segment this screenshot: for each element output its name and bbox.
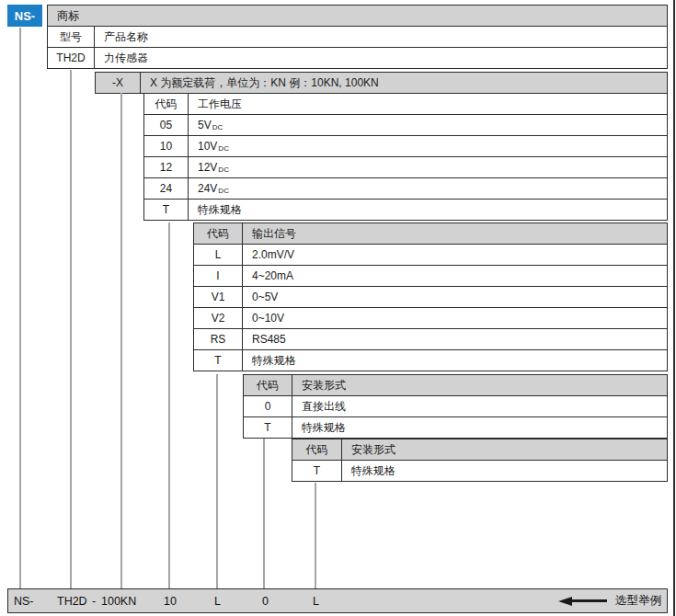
voltage-desc: 10VDC bbox=[189, 136, 667, 156]
voltage-desc: 特殊规格 bbox=[189, 200, 667, 220]
example-arrow: 选型举例 bbox=[558, 589, 661, 612]
rated-load-row: -X X 为额定载荷，单位为：KN 例：10KN, 100KN bbox=[96, 73, 667, 93]
brand-model-table: 商标 型号 产品名称 TH2D 力传感器 bbox=[47, 5, 668, 69]
mount1-code: 0 bbox=[244, 396, 292, 416]
signal-header-code: 代码 bbox=[194, 223, 243, 244]
signal-desc: 4~20mA bbox=[243, 266, 667, 286]
voltage-header-code: 代码 bbox=[144, 94, 189, 114]
signal-desc: 2.0mV/V bbox=[243, 245, 667, 265]
voltage-desc-sub: DC bbox=[218, 144, 229, 153]
voltage-desc-main: 5V bbox=[198, 119, 212, 131]
signal-header-row: 代码 输出信号 bbox=[194, 223, 667, 245]
example-arrow-label: 选型举例 bbox=[615, 593, 661, 609]
voltage-header-row: 代码 工作电压 bbox=[144, 94, 667, 115]
voltage-row: 05 5VDC bbox=[144, 115, 667, 136]
voltage-desc-main: 12V bbox=[198, 161, 217, 174]
voltage-table: 代码 工作电压 05 5VDC 10 10VDC 12 12VDC 24 24V… bbox=[143, 93, 668, 221]
example-item-model: TH2D bbox=[57, 595, 87, 608]
connector-line bbox=[263, 439, 265, 588]
mount1-desc: 特殊规格 bbox=[292, 417, 667, 438]
voltage-header-desc: 工作电压 bbox=[189, 94, 667, 114]
signal-table: 代码 输出信号 L 2.0mV/V I 4~20mA V1 0~5V V2 0~… bbox=[193, 222, 668, 371]
left-arrow-icon bbox=[558, 597, 572, 606]
signal-row: V1 0~5V bbox=[194, 287, 667, 308]
rated-load-code: -X bbox=[96, 73, 141, 93]
voltage-row: T 特殊规格 bbox=[144, 200, 667, 220]
brand-row: 商标 bbox=[48, 6, 667, 27]
mount2-code: T bbox=[292, 461, 342, 481]
voltage-desc: 5VDC bbox=[189, 115, 667, 135]
example-bar: NS- TH2D - 100KN 10 L 0 L 选型举例 bbox=[7, 588, 668, 613]
example-item-mount1: 0 bbox=[262, 595, 269, 608]
signal-row: V2 0~10V bbox=[194, 308, 667, 329]
mount1-code: T bbox=[244, 417, 292, 438]
voltage-code: 10 bbox=[144, 136, 189, 156]
signal-desc: 0~10V bbox=[243, 308, 667, 328]
example-item-voltage: 10 bbox=[164, 595, 177, 608]
mount2-row: T 特殊规格 bbox=[292, 461, 667, 481]
mount1-row: T 特殊规格 bbox=[244, 417, 667, 438]
left-arrow-tail bbox=[572, 599, 607, 602]
example-item-mount2: L bbox=[313, 595, 319, 608]
rated-load-desc: X 为额定载荷，单位为：KN 例：10KN, 100KN bbox=[141, 73, 667, 93]
mount-table-1: 代码 安装形式 0 直接出线 T 特殊规格 bbox=[243, 374, 668, 439]
mount2-header-code: 代码 bbox=[292, 439, 342, 460]
signal-desc: RS485 bbox=[243, 329, 667, 349]
connector-line bbox=[19, 28, 21, 588]
example-item-signal: L bbox=[214, 595, 221, 608]
voltage-row: 24 24VDC bbox=[144, 178, 667, 200]
model-code: TH2D bbox=[48, 48, 95, 68]
mount1-header-row: 代码 安装形式 bbox=[244, 375, 667, 396]
prefix-label: NS- bbox=[15, 9, 35, 23]
brand-label: 商标 bbox=[48, 6, 79, 26]
voltage-code: 12 bbox=[144, 157, 189, 177]
voltage-desc-sub: DC bbox=[218, 165, 229, 174]
signal-row: T 特殊规格 bbox=[194, 350, 667, 371]
model-header-row: 型号 产品名称 bbox=[48, 27, 667, 48]
mount1-header-desc: 安装形式 bbox=[292, 375, 667, 395]
voltage-code: 24 bbox=[144, 178, 189, 199]
signal-code: I bbox=[194, 266, 243, 286]
connector-line bbox=[315, 483, 316, 588]
signal-code: L bbox=[194, 245, 243, 265]
voltage-code: T bbox=[144, 200, 189, 220]
voltage-desc-main: 特殊规格 bbox=[198, 202, 242, 218]
mount2-header-desc: 安装形式 bbox=[342, 439, 667, 460]
voltage-desc: 24VDC bbox=[189, 178, 667, 199]
example-item-dash: - bbox=[92, 595, 96, 608]
voltage-desc: 12VDC bbox=[189, 157, 667, 177]
voltage-desc-main: 10V bbox=[198, 140, 217, 153]
signal-code: V1 bbox=[194, 287, 243, 307]
connector-line bbox=[120, 93, 122, 588]
model-desc: 力传感器 bbox=[95, 48, 667, 68]
connector-line bbox=[168, 222, 170, 588]
connector-line bbox=[70, 70, 72, 588]
voltage-code: 05 bbox=[144, 115, 189, 135]
prefix-box: NS- bbox=[7, 5, 42, 27]
voltage-desc-main: 24V bbox=[198, 182, 217, 195]
voltage-desc-sub: DC bbox=[212, 123, 223, 131]
mount1-header-code: 代码 bbox=[244, 375, 292, 395]
signal-code: T bbox=[194, 350, 243, 371]
signal-header-desc: 输出信号 bbox=[243, 223, 667, 244]
signal-row: I 4~20mA bbox=[194, 266, 667, 287]
mount-table-2: 代码 安装形式 T 特殊规格 bbox=[292, 439, 668, 482]
mount2-desc: 特殊规格 bbox=[342, 461, 667, 481]
mount1-row: 0 直接出线 bbox=[244, 396, 667, 417]
model-header-code: 型号 bbox=[48, 27, 95, 47]
rated-load-table: -X X 为额定载荷，单位为：KN 例：10KN, 100KN bbox=[95, 72, 668, 94]
voltage-row: 10 10VDC bbox=[144, 136, 667, 157]
page-frame-right bbox=[673, 0, 675, 616]
model-header-desc: 产品名称 bbox=[95, 27, 667, 47]
ordering-code-diagram: NS- 商标 型号 产品名称 TH2D 力传感器 -X X 为额定载荷，单位为：… bbox=[0, 0, 676, 616]
example-item-prefix: NS- bbox=[14, 595, 34, 608]
signal-row: RS RS485 bbox=[194, 329, 667, 350]
example-item-load: 100KN bbox=[101, 595, 136, 608]
connector-line bbox=[216, 374, 218, 588]
signal-row: L 2.0mV/V bbox=[194, 245, 667, 266]
voltage-row: 12 12VDC bbox=[144, 157, 667, 178]
signal-desc: 特殊规格 bbox=[243, 350, 667, 371]
voltage-desc-sub: DC bbox=[218, 187, 229, 195]
mount1-desc: 直接出线 bbox=[292, 396, 667, 416]
mount2-header-row: 代码 安装形式 bbox=[292, 439, 667, 461]
